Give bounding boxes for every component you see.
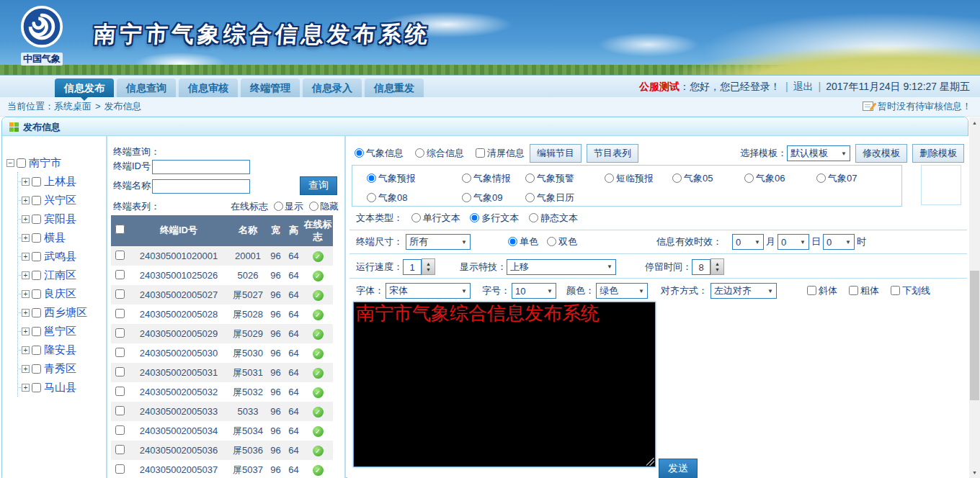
send-button[interactable]: 发送 [659, 459, 698, 478]
category-radio[interactable] [367, 173, 376, 183]
row-checkbox[interactable] [115, 406, 125, 415]
spinner-up-icon[interactable]: ▲ [715, 261, 720, 267]
italic-checkbox[interactable] [807, 286, 816, 295]
weather-info-option[interactable]: 气象信息 [355, 147, 404, 160]
edit-program-button[interactable]: 编辑节目 [530, 144, 582, 163]
weather-info-radio[interactable] [355, 148, 364, 158]
validity-hour-select[interactable]: 0▼ [823, 234, 855, 250]
expand-icon[interactable]: + [22, 365, 30, 373]
tree-node[interactable]: +青秀区 [18, 359, 106, 378]
tab-terminal-manage[interactable]: 终端管理 [241, 78, 300, 97]
tree-node[interactable]: +兴宁区 [18, 191, 106, 209]
tree-label[interactable]: 江南区 [44, 269, 76, 282]
show-radio[interactable] [274, 202, 283, 211]
logout-link[interactable]: 退出 [793, 81, 814, 92]
speed-input[interactable]: 1 [403, 259, 422, 275]
breadcrumb-home[interactable]: 系统桌面 [54, 101, 92, 112]
scrollbar-thumb[interactable] [970, 271, 979, 400]
category-radio[interactable] [744, 173, 754, 183]
expand-icon[interactable]: + [22, 290, 30, 298]
tab-info-publish[interactable]: 信息发布 [55, 78, 114, 97]
expand-icon[interactable]: + [22, 178, 30, 186]
tree-node[interactable]: +武鸣县 [18, 247, 106, 266]
tree-label[interactable]: 上林县 [44, 175, 76, 189]
category-option[interactable]: 气象07 [816, 172, 901, 185]
program-list-button[interactable]: 节目表列 [587, 144, 638, 163]
tree-label[interactable]: 马山县 [44, 381, 76, 394]
expand-icon[interactable]: + [22, 271, 30, 279]
tree-checkbox[interactable] [32, 289, 41, 299]
effect-select[interactable]: 上移▼ [507, 259, 616, 275]
tree-label[interactable]: 西乡塘区 [44, 306, 87, 320]
tree-label[interactable]: 兴宁区 [44, 194, 76, 207]
row-checkbox[interactable] [115, 270, 125, 279]
scroll-down-icon[interactable]: ▼ [969, 467, 980, 478]
row-checkbox[interactable] [115, 445, 125, 454]
validity-month-select[interactable]: 0▼ [732, 234, 764, 250]
category-radio[interactable] [525, 173, 535, 183]
row-checkbox[interactable] [115, 328, 125, 338]
single-color-option[interactable]: 单色 [508, 235, 538, 248]
row-checkbox[interactable] [115, 425, 125, 435]
validity-day-select[interactable]: 0▼ [778, 234, 809, 250]
tree-label[interactable]: 南宁市 [29, 156, 61, 170]
category-option[interactable]: 气象08 [367, 191, 462, 204]
category-radio[interactable] [816, 173, 826, 183]
row-checkbox[interactable] [115, 348, 125, 357]
search-button[interactable]: 查询 [300, 176, 337, 195]
tree-label[interactable]: 宾阳县 [44, 212, 76, 226]
clear-screen-option[interactable]: 清屏信息 [476, 147, 525, 160]
category-option[interactable]: 气象预警 [525, 172, 605, 185]
tree-node[interactable]: +上林县 [18, 172, 106, 191]
row-checkbox[interactable] [115, 309, 125, 318]
breadcrumb-current[interactable]: 发布信息 [104, 101, 142, 112]
stay-stepper[interactable]: ▲▼ [710, 258, 724, 275]
align-select[interactable]: 左边对齐▼ [710, 283, 777, 299]
row-checkbox[interactable] [115, 464, 125, 474]
tree-label[interactable]: 青秀区 [44, 362, 76, 376]
tree-node[interactable]: +邕宁区 [18, 322, 106, 341]
category-radio[interactable] [672, 173, 682, 183]
tree-label[interactable]: 横县 [44, 231, 66, 245]
tree-checkbox-root[interactable] [17, 158, 26, 168]
font-select[interactable]: 宋体▼ [386, 283, 471, 299]
tree-checkbox[interactable] [32, 233, 41, 243]
template-select[interactable]: 默认模板▼ [787, 145, 850, 161]
category-radio[interactable] [367, 193, 376, 202]
tab-info-entry[interactable]: 信息录入 [303, 78, 362, 97]
comprehensive-info-radio[interactable] [415, 148, 424, 158]
tab-info-query[interactable]: 信息查询 [117, 78, 176, 97]
select-all-checkbox[interactable] [115, 225, 125, 234]
underline-option[interactable]: 下划线 [891, 284, 930, 297]
clear-screen-checkbox[interactable] [476, 148, 485, 158]
tab-info-audit[interactable]: 信息审核 [179, 78, 238, 97]
row-checkbox[interactable] [115, 251, 125, 260]
modify-template-button[interactable]: 修改模板 [855, 144, 907, 163]
single-line-option[interactable]: 单行文本 [411, 212, 460, 223]
tree-node[interactable]: +横县 [18, 228, 106, 247]
hide-radio[interactable] [309, 202, 318, 211]
multi-line-option[interactable]: 多行文本 [470, 212, 519, 223]
tree-checkbox[interactable] [32, 252, 41, 261]
static-text-option[interactable]: 静态文本 [529, 212, 578, 223]
font-size-select[interactable]: 10▼ [512, 283, 556, 299]
spinner-down-icon[interactable]: ▼ [715, 267, 720, 273]
italic-option[interactable]: 斜体 [807, 284, 837, 297]
spinner-up-icon[interactable]: ▲ [426, 261, 431, 267]
color-select[interactable]: 绿色▼ [596, 283, 648, 299]
tree-node[interactable]: +良庆区 [18, 284, 106, 303]
expand-icon[interactable]: + [22, 253, 30, 261]
tree-label[interactable]: 武鸣县 [44, 250, 76, 263]
tree-checkbox[interactable] [32, 364, 41, 374]
tree-label[interactable]: 邕宁区 [44, 325, 76, 338]
spinner-down-icon[interactable]: ▼ [426, 267, 431, 273]
bold-option[interactable]: 粗体 [849, 284, 879, 297]
category-radio[interactable] [462, 193, 471, 202]
tree-node[interactable]: +宾阳县 [18, 209, 106, 228]
tree-node[interactable]: +隆安县 [18, 341, 106, 359]
dual-color-option[interactable]: 双色 [547, 235, 577, 248]
stay-input[interactable]: 8 [692, 259, 710, 275]
expand-icon[interactable]: + [22, 215, 30, 223]
dual-color-radio[interactable] [547, 237, 556, 246]
tree-checkbox[interactable] [32, 215, 41, 224]
